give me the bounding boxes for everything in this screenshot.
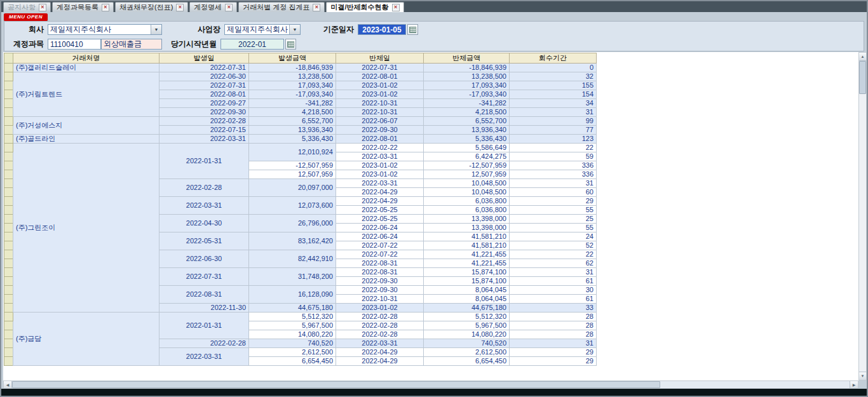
row-selector[interactable] bbox=[4, 224, 13, 232]
settle-amount-cell[interactable]: 740,520 bbox=[424, 339, 510, 348]
chevron-down-icon[interactable]: ▼ bbox=[151, 25, 161, 34]
occur-date-cell[interactable]: 2022-06-30 bbox=[159, 72, 249, 81]
scroll-up-icon[interactable]: ▲ bbox=[859, 53, 866, 61]
occur-amount-cell[interactable]: 13,238,500 bbox=[249, 72, 336, 81]
row-selector[interactable] bbox=[4, 197, 13, 206]
collect-days-cell[interactable]: 61 bbox=[510, 277, 597, 286]
settle-amount-cell[interactable]: 4,218,500 bbox=[424, 108, 510, 117]
customer-cell[interactable]: (주)갤러리드슬레이 bbox=[13, 64, 159, 72]
settle-date-cell[interactable]: 2023-01-02 bbox=[336, 161, 424, 170]
row-selector[interactable] bbox=[4, 188, 13, 197]
settle-amount-cell[interactable]: 6,424,275 bbox=[424, 152, 510, 161]
row-selector[interactable] bbox=[4, 304, 13, 313]
collect-days-cell[interactable]: 154 bbox=[510, 90, 597, 99]
occur-amount-cell[interactable]: 5,967,500 bbox=[249, 321, 336, 330]
occur-date-cell[interactable]: 2022-03-31 bbox=[159, 135, 249, 144]
column-header[interactable]: 발생일 bbox=[159, 53, 249, 64]
occur-amount-cell[interactable]: 12,073,600 bbox=[249, 197, 336, 215]
settle-amount-cell[interactable]: 6,552,700 bbox=[424, 117, 510, 126]
tab-3[interactable]: 채권채무장(전표)× bbox=[115, 2, 188, 12]
occur-amount-cell[interactable]: 12,010,924 bbox=[249, 144, 336, 161]
settle-date-cell[interactable]: 2022-03-31 bbox=[336, 339, 424, 348]
collect-days-cell[interactable]: 59 bbox=[510, 152, 597, 161]
collect-days-cell[interactable]: 25 bbox=[510, 215, 597, 224]
settle-date-cell[interactable]: 2022-02-28 bbox=[336, 330, 424, 339]
settle-amount-cell[interactable]: 41,581,210 bbox=[424, 241, 510, 250]
settle-amount-cell[interactable]: 6,654,450 bbox=[424, 357, 510, 366]
occur-date-cell[interactable]: 2022-07-31 bbox=[159, 81, 249, 90]
occur-amount-cell[interactable]: 20,097,000 bbox=[249, 179, 336, 197]
customer-cell[interactable]: (주)금담 bbox=[13, 313, 159, 366]
tab-2[interactable]: 계정과목등록× bbox=[52, 2, 114, 12]
settle-date-cell[interactable]: 2022-06-07 bbox=[336, 117, 424, 126]
settle-date-cell[interactable]: 2022-07-22 bbox=[336, 250, 424, 259]
row-selector[interactable] bbox=[4, 295, 13, 304]
settle-date-cell[interactable]: 2022-04-29 bbox=[336, 357, 424, 366]
column-header[interactable]: 회수기간 bbox=[510, 53, 597, 64]
occur-date-cell[interactable]: 2022-02-28 bbox=[159, 339, 249, 348]
settle-date-cell[interactable]: 2023-01-02 bbox=[336, 90, 424, 99]
settle-amount-cell[interactable]: 13,398,000 bbox=[424, 224, 510, 232]
row-selector[interactable] bbox=[4, 126, 13, 135]
settle-date-cell[interactable]: 2022-02-28 bbox=[336, 313, 424, 321]
collect-days-cell[interactable]: 24 bbox=[510, 232, 597, 241]
collect-days-cell[interactable]: 55 bbox=[510, 224, 597, 232]
company-select[interactable]: 제일제지주식회사 ▼ bbox=[48, 24, 162, 35]
settle-date-cell[interactable]: 2022-06-24 bbox=[336, 224, 424, 232]
settle-amount-cell[interactable]: 6,036,800 bbox=[424, 197, 510, 206]
row-selector[interactable] bbox=[4, 330, 13, 339]
occur-date-cell[interactable]: 2022-05-31 bbox=[159, 232, 249, 250]
settle-date-cell[interactable]: 2023-01-02 bbox=[336, 170, 424, 179]
settle-date-cell[interactable]: 2022-07-22 bbox=[336, 241, 424, 250]
close-icon[interactable]: × bbox=[392, 4, 400, 11]
horizontal-scrollbar-thumb[interactable] bbox=[12, 381, 660, 388]
row-selector[interactable] bbox=[4, 144, 13, 152]
settle-amount-cell[interactable]: 5,512,320 bbox=[424, 313, 510, 321]
collect-days-cell[interactable]: 29 bbox=[510, 197, 597, 206]
settle-amount-cell[interactable]: 15,874,100 bbox=[424, 268, 510, 277]
collect-days-cell[interactable]: 0 bbox=[510, 64, 597, 72]
close-icon[interactable]: × bbox=[313, 4, 320, 11]
collect-days-cell[interactable]: 31 bbox=[510, 268, 597, 277]
settle-date-cell[interactable]: 2022-09-30 bbox=[336, 286, 424, 295]
occur-amount-cell[interactable]: 26,796,000 bbox=[249, 215, 336, 232]
settle-date-cell[interactable]: 2022-10-31 bbox=[336, 295, 424, 304]
row-selector[interactable] bbox=[4, 250, 13, 259]
collect-days-cell[interactable]: 61 bbox=[510, 295, 597, 304]
horizontal-scrollbar[interactable]: ◀ ▶ bbox=[3, 380, 858, 389]
row-selector[interactable] bbox=[4, 215, 13, 224]
collect-days-cell[interactable]: 31 bbox=[510, 179, 597, 188]
settle-amount-cell[interactable]: 41,221,455 bbox=[424, 259, 510, 268]
settle-amount-cell[interactable]: 41,221,455 bbox=[424, 250, 510, 259]
column-header[interactable]: 반제금액 bbox=[424, 53, 510, 64]
tab-5[interactable]: 거래처별 계정 집계표× bbox=[238, 2, 325, 12]
settle-amount-cell[interactable]: 5,967,500 bbox=[424, 321, 510, 330]
settle-date-cell[interactable]: 2022-02-22 bbox=[336, 144, 424, 152]
customer-cell[interactable]: (주)그린조이 bbox=[13, 144, 159, 313]
collect-days-cell[interactable]: 336 bbox=[510, 161, 597, 170]
row-selector[interactable] bbox=[4, 232, 13, 241]
settle-amount-cell[interactable]: -341,282 bbox=[424, 99, 510, 108]
settle-date-cell[interactable]: 2022-06-24 bbox=[336, 232, 424, 241]
occur-date-cell[interactable]: 2022-03-31 bbox=[159, 348, 249, 366]
row-selector[interactable] bbox=[4, 321, 13, 330]
column-header[interactable]: 거래처명 bbox=[13, 53, 159, 64]
settle-amount-cell[interactable]: 6,036,800 bbox=[424, 206, 510, 215]
occur-date-cell[interactable]: 2022-01-31 bbox=[159, 144, 249, 179]
base-date-input[interactable]: 2023-01-05 bbox=[358, 24, 406, 35]
collect-days-cell[interactable]: 336 bbox=[510, 170, 597, 179]
row-selector[interactable] bbox=[4, 268, 13, 277]
occur-date-cell[interactable]: 2022-09-30 bbox=[159, 108, 249, 117]
occur-amount-cell[interactable]: 2,612,500 bbox=[249, 348, 336, 357]
row-selector[interactable] bbox=[4, 259, 13, 268]
occur-date-cell[interactable]: 2022-07-15 bbox=[159, 126, 249, 135]
row-selector[interactable] bbox=[4, 357, 13, 366]
row-selector[interactable] bbox=[4, 206, 13, 215]
collect-days-cell[interactable]: 29 bbox=[510, 348, 597, 357]
settle-date-cell[interactable]: 2022-05-25 bbox=[336, 215, 424, 224]
occur-amount-cell[interactable]: -12,507,959 bbox=[249, 161, 336, 170]
settle-date-cell[interactable]: 2022-03-31 bbox=[336, 152, 424, 161]
customer-cell[interactable]: (주)거성에스지 bbox=[13, 117, 159, 135]
occur-amount-cell[interactable]: -17,093,340 bbox=[249, 90, 336, 99]
site-select[interactable]: 제일제지주식회사 ▼ bbox=[224, 24, 301, 35]
